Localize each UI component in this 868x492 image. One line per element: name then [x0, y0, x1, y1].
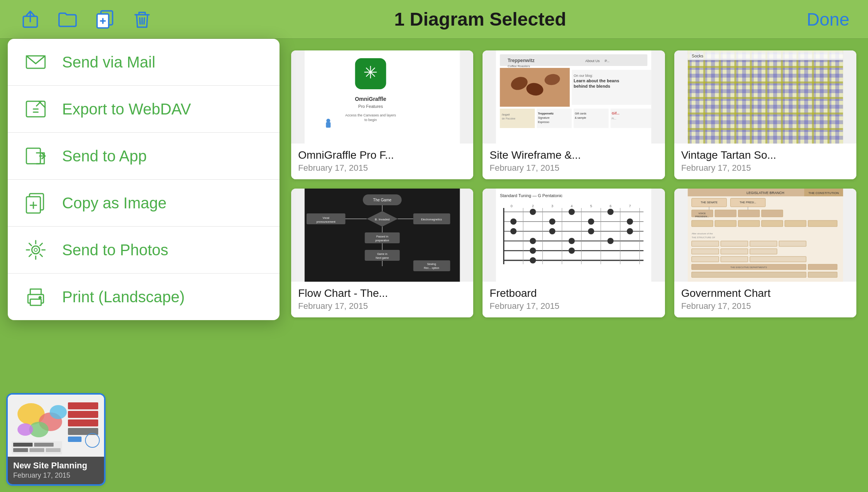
svg-text:On our blog:: On our blog: — [574, 74, 593, 78]
svg-rect-105 — [496, 189, 651, 282]
svg-text:Gift cards: Gift cards — [575, 112, 587, 115]
svg-text:6: 6 — [609, 204, 611, 208]
svg-rect-177 — [691, 256, 719, 262]
diagram-date-fretboard: February 17, 2015 — [490, 301, 658, 311]
diagram-info-government: Government Chart February 17, 2015 — [674, 282, 856, 317]
menu-item-export-webdav[interactable]: Export to WebDAV — [8, 86, 279, 133]
svg-rect-174 — [691, 249, 719, 254]
menu-item-send-mail[interactable]: Send via Mail — [8, 39, 279, 86]
done-button[interactable]: Done — [807, 9, 849, 30]
svg-text:Pro Features: Pro Features — [358, 104, 383, 109]
diagram-card-site-wireframe[interactable]: Treppenwitz Coffee Roasters About Us P..… — [483, 50, 665, 179]
svg-text:After structure of the: After structure of the — [691, 232, 713, 235]
svg-text:OmniGraffle: OmniGraffle — [355, 96, 386, 102]
page-title: 1 Diagram Selected — [154, 9, 807, 30]
diagram-thumb-vintage-tartan: Socks — [674, 50, 856, 144]
svg-rect-202 — [46, 448, 61, 452]
svg-point-133 — [530, 257, 536, 263]
svg-point-137 — [569, 238, 575, 244]
diagram-thumb-government: LEGISLATIVE BRANCH THE CONSTITUTION THE … — [674, 189, 856, 282]
diagram-thumb-flowchart: The Game B. Invaded Passed in preparatio… — [291, 189, 473, 282]
svg-point-31 — [39, 297, 41, 299]
svg-rect-172 — [750, 241, 777, 246]
svg-text:✳: ✳ — [363, 63, 378, 82]
svg-text:Access the Canvases and layers: Access the Canvases and layers — [345, 113, 396, 117]
diagram-date-vintage-tartan: February 17, 2015 — [681, 163, 849, 173]
svg-text:3: 3 — [551, 204, 553, 208]
svg-text:Standard Tuning — G Pentatonic: Standard Tuning — G Pentatonic — [500, 193, 563, 198]
svg-text:Next game: Next game — [376, 256, 389, 260]
svg-point-128 — [510, 218, 517, 225]
diagram-name-vintage-tartan: Vintage Tartan So... — [681, 149, 849, 161]
diagram-card-government[interactable]: LEGISLATIVE BRANCH THE CONSTITUTION THE … — [674, 189, 856, 317]
diagram-thumb-site-wireframe: Treppenwitz Coffee Roasters About Us P..… — [483, 50, 665, 144]
svg-point-141 — [608, 209, 614, 215]
diagram-info-fretboard: Fretboard February 17, 2015 — [483, 282, 665, 317]
diagram-card-omnigraffle[interactable]: ✳ OmniGraffle Pro Features Access the Ca… — [291, 50, 473, 179]
svg-text:VOICE: VOICE — [698, 212, 706, 215]
svg-point-190 — [50, 405, 67, 419]
menu-item-send-app[interactable]: Send to App — [8, 133, 279, 180]
svg-text:PRESIDEN...: PRESIDEN... — [695, 215, 709, 218]
diagram-thumb-fretboard: Standard Tuning — G Pentatonic — [483, 189, 665, 282]
svg-rect-183 — [691, 272, 806, 277]
mail-icon — [23, 50, 48, 74]
svg-rect-201 — [30, 448, 44, 452]
svg-line-27 — [40, 243, 42, 246]
svg-rect-179 — [750, 256, 806, 262]
svg-point-19 — [32, 246, 40, 254]
menu-label-send-mail: Send via Mail — [62, 54, 155, 71]
selected-card-new-site-planning[interactable]: New Site Planning February 17, 2015 — [8, 395, 104, 484]
duplicate-tool[interactable] — [93, 8, 116, 31]
svg-point-189 — [17, 423, 33, 436]
svg-rect-165 — [761, 220, 783, 227]
svg-rect-30 — [30, 299, 41, 305]
svg-text:LEGISLATIVE BRANCH: LEGISLATIVE BRANCH — [746, 191, 784, 195]
diagram-date-site-wireframe: February 17, 2015 — [490, 163, 658, 173]
menu-item-copy-image[interactable]: Copy as Image — [8, 180, 279, 227]
svg-point-139 — [588, 218, 594, 225]
menu-label-export-webdav: Export to WebDAV — [62, 100, 191, 118]
diagram-info-site-wireframe: Site Wireframe &... February 17, 2015 — [483, 144, 665, 179]
svg-line-25 — [29, 243, 31, 246]
svg-rect-198 — [13, 443, 33, 447]
share-tool[interactable] — [19, 8, 42, 31]
svg-rect-157 — [715, 210, 736, 217]
diagram-date-flowchart: February 17, 2015 — [298, 301, 466, 311]
svg-text:Treppenwitz: Treppenwitz — [508, 58, 535, 63]
diagram-card-vintage-tartan[interactable]: Socks Vintage Tartan So... February 17, … — [674, 50, 856, 179]
svg-line-7 — [144, 18, 144, 24]
svg-point-144 — [627, 228, 633, 234]
folder-tool[interactable] — [56, 8, 79, 31]
svg-rect-182 — [808, 264, 837, 270]
svg-text:B. Invaded: B. Invaded — [375, 218, 390, 221]
svg-text:7: 7 — [629, 204, 631, 208]
svg-text:0: 0 — [510, 204, 512, 208]
trash-tool[interactable] — [130, 8, 154, 31]
diagram-date-government: February 17, 2015 — [681, 301, 849, 311]
svg-rect-175 — [720, 249, 748, 254]
svg-rect-159 — [761, 210, 783, 217]
svg-text:Coffee Roasters: Coffee Roasters — [508, 64, 530, 68]
svg-text:Treppenwitz: Treppenwitz — [538, 112, 554, 115]
selected-card-thumbnail — [8, 395, 104, 457]
svg-text:Fi...: Fi... — [612, 117, 616, 120]
selected-card-date: February 17, 2015 — [13, 471, 99, 480]
svg-rect-170 — [691, 241, 719, 246]
svg-text:Electromagnetics: Electromagnetics — [421, 218, 442, 221]
svg-rect-193 — [68, 419, 98, 426]
diagram-name-flowchart: Flow Chart - The... — [298, 287, 466, 300]
svg-rect-102 — [413, 260, 450, 271]
menu-label-send-app: Send to App — [62, 147, 147, 165]
diagram-card-flowchart[interactable]: The Game B. Invaded Passed in preparatio… — [291, 189, 473, 317]
send-app-icon — [23, 144, 48, 168]
main-content: Send via Mail Export to WebDAV — [0, 39, 868, 492]
menu-item-send-photos[interactable]: Send to Photos — [8, 227, 279, 274]
svg-text:THE EXECUTIVE DEPARTMENTS: THE EXECUTIVE DEPARTMENTS — [730, 266, 767, 269]
diagram-card-fretboard[interactable]: Standard Tuning — G Pentatonic — [483, 189, 665, 317]
svg-rect-162 — [691, 220, 713, 227]
selected-card-info: New Site Planning February 17, 2015 — [8, 457, 104, 484]
svg-text:Socks: Socks — [691, 54, 703, 58]
svg-text:Learn about the beans: Learn about the beans — [574, 78, 619, 83]
menu-item-print[interactable]: Print (Landscape) — [8, 274, 279, 320]
